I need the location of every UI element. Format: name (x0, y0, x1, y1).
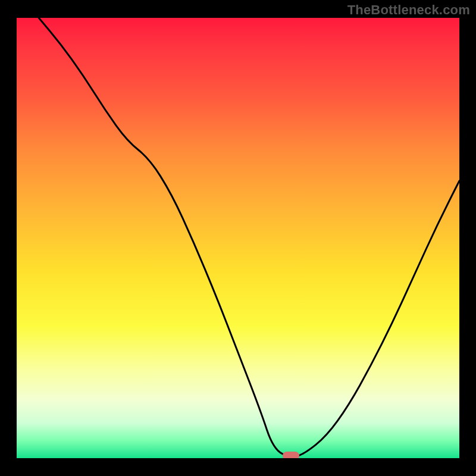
curve-path (39, 18, 459, 457)
left-border (0, 0, 17, 476)
bottleneck-curve (17, 18, 459, 458)
plot-area (17, 18, 459, 458)
attribution-text-overlay: TheBottleneck.com (347, 2, 470, 18)
bottom-border (0, 458, 476, 476)
right-border (459, 0, 476, 476)
chart-frame: TheBottleneck.com TheBottleneck.com (0, 0, 476, 476)
